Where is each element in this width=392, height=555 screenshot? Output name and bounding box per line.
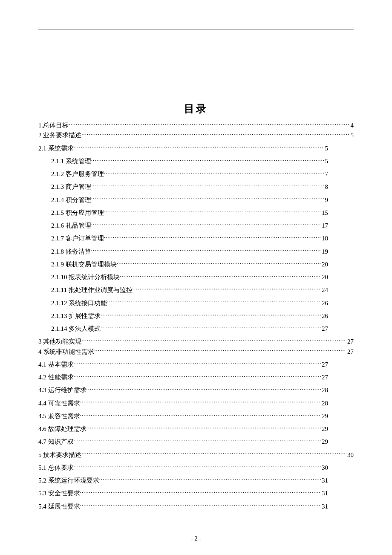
- toc-entry-page: 27: [321, 360, 328, 370]
- toc-entry-label: 2.1.9 联机交易管理模块: [51, 260, 117, 269]
- page-number: - 2 -: [0, 535, 392, 542]
- toc-entry-label: 2.1.10 报表统计分析模块: [51, 272, 120, 282]
- toc-entry-page: 29: [321, 424, 328, 434]
- toc-title: 目录: [38, 102, 354, 116]
- toc-entry-page: 28: [321, 399, 328, 408]
- table-of-contents: 1.总体目标42 业务要求描述52.1 系统需求52.1.1 系统管理52.1.…: [38, 121, 354, 512]
- toc-entry-label: 3 其他功能实现: [38, 337, 81, 347]
- toc-entry-page: 26: [321, 298, 328, 308]
- toc-leader-dots: [91, 247, 321, 254]
- toc-entry: 4.6 故障处理需求29: [38, 424, 328, 434]
- header-rule: [38, 29, 354, 29]
- toc-entry: 5.4 延展性要求31: [38, 502, 328, 512]
- toc-entry: 2.1.7 客户订单管理18: [38, 234, 328, 243]
- toc-leader-dots: [69, 121, 349, 127]
- toc-entry-page: 18: [321, 234, 328, 243]
- toc-entry-label: 2.1.5 积分应用管理: [51, 208, 104, 218]
- toc-leader-dots: [91, 157, 324, 163]
- toc-entry: 2.1 系统需求5: [38, 144, 328, 153]
- toc-entry-label: 5.3 安全性要求: [38, 489, 80, 498]
- toc-entry: 4.2 性能需求27: [38, 373, 328, 382]
- toc-leader-dots: [81, 451, 346, 457]
- toc-entry-label: 2 业务要求描述: [38, 130, 81, 140]
- toc-entry-page: 29: [321, 437, 328, 447]
- toc-leader-dots: [74, 373, 321, 379]
- toc-entry-page: 24: [321, 285, 328, 295]
- toc-entry-page: 27: [346, 347, 354, 357]
- toc-leader-dots: [81, 131, 349, 137]
- toc-leader-dots: [81, 337, 346, 344]
- toc-leader-dots: [91, 182, 324, 189]
- toc-entry-page: 5: [324, 144, 329, 153]
- toc-leader-dots: [74, 144, 324, 150]
- toc-entry-label: 2.1.2 客户服务管理: [51, 169, 104, 179]
- toc-entry-label: 4.5 兼容性需求: [38, 411, 80, 421]
- toc-leader-dots: [86, 425, 321, 431]
- toc-entry-page: 17: [321, 221, 328, 231]
- toc-entry-label: 2.1.4 积分管理: [51, 195, 91, 205]
- toc-entry: 2.1.11 批处理作业调度与监控24: [38, 285, 328, 295]
- toc-leader-dots: [99, 476, 321, 483]
- toc-entry: 3 其他功能实现27: [38, 337, 354, 347]
- toc-entry-label: 2.1.6 礼品管理: [51, 221, 91, 231]
- toc-entry-page: 29: [321, 411, 328, 421]
- toc-entry-page: 28: [321, 385, 328, 395]
- toc-entry-label: 4.3 运行维护需求: [38, 385, 86, 395]
- toc-entry: 2.1.14 多法人模式27: [38, 324, 328, 334]
- toc-entry: 5.3 安全性要求31: [38, 489, 328, 498]
- toc-entry-page: 5: [350, 130, 354, 140]
- toc-entry-label: 2.1.3 商户管理: [51, 182, 91, 192]
- toc-leader-dots: [86, 386, 321, 392]
- toc-entry-label: 5.2 系统运行环境要求: [38, 476, 99, 486]
- toc-entry-page: 4: [350, 121, 354, 130]
- toc-leader-dots: [104, 234, 321, 240]
- toc-entry-page: 27: [346, 337, 354, 347]
- toc-entry: 4.1 基本需求27: [38, 360, 328, 370]
- toc-leader-dots: [104, 170, 324, 176]
- toc-entry-label: 2.1.12 系统接口功能: [51, 298, 107, 308]
- document-page: 目录 1.总体目标42 业务要求描述52.1 系统需求52.1.1 系统管理52…: [0, 0, 392, 555]
- toc-entry-page: 5: [324, 156, 329, 166]
- toc-entry: 2.1.10 报表统计分析模块20: [38, 272, 328, 282]
- toc-entry-page: 15: [321, 208, 328, 218]
- toc-entry-label: 4.1 基本需求: [38, 360, 74, 370]
- toc-leader-dots: [120, 273, 321, 279]
- toc-entry-page: 9: [324, 195, 329, 205]
- toc-entry-page: 26: [321, 311, 328, 321]
- toc-entry: 2.1.9 联机交易管理模块20: [38, 260, 328, 269]
- toc-leader-dots: [117, 260, 321, 266]
- toc-entry: 4 系统非功能性需求27: [38, 347, 354, 357]
- toc-entry: 2.1.2 客户服务管理7: [38, 169, 328, 179]
- toc-entry: 2.1.1 系统管理5: [38, 156, 328, 166]
- toc-entry: 2.1.3 商户管理8: [38, 182, 328, 192]
- toc-entry-label: 4.4 可靠性需求: [38, 399, 80, 408]
- toc-entry-page: 8: [324, 182, 329, 192]
- toc-leader-dots: [94, 347, 346, 354]
- toc-entry-label: 2.1.8 账务清算: [51, 247, 91, 257]
- toc-entry-page: 20: [321, 260, 328, 269]
- toc-entry: 2.1.5 积分应用管理15: [38, 208, 328, 218]
- toc-entry-page: 7: [324, 169, 329, 179]
- toc-entry-label: 2.1.7 客户订单管理: [51, 234, 104, 243]
- toc-leader-dots: [91, 196, 324, 202]
- toc-entry-label: 2.1.11 批处理作业调度与监控: [51, 285, 133, 295]
- toc-entry: 4.5 兼容性需求29: [38, 411, 328, 421]
- toc-entry-label: 4.6 故障处理需求: [38, 424, 86, 434]
- toc-leader-dots: [74, 360, 321, 367]
- toc-leader-dots: [101, 324, 321, 331]
- toc-entry-page: 27: [321, 324, 328, 334]
- toc-entry: 2.1.6 礼品管理17: [38, 221, 328, 231]
- toc-entry: 2.1.13 扩展性需求26: [38, 311, 328, 321]
- toc-leader-dots: [101, 312, 321, 318]
- toc-leader-dots: [80, 412, 321, 418]
- toc-entry-label: 2.1 系统需求: [38, 144, 74, 153]
- toc-leader-dots: [80, 399, 321, 405]
- toc-entry: 1.总体目标4: [38, 121, 354, 130]
- toc-entry-label: 2.1.14 多法人模式: [51, 324, 101, 334]
- toc-entry-label: 2.1.13 扩展性需求: [51, 311, 101, 321]
- toc-entry: 4.3 运行维护需求28: [38, 385, 328, 395]
- toc-entry: 2 业务要求描述5: [38, 130, 354, 140]
- toc-entry-page: 31: [321, 502, 328, 512]
- toc-leader-dots: [80, 489, 321, 495]
- toc-entry-page: 30: [346, 450, 354, 460]
